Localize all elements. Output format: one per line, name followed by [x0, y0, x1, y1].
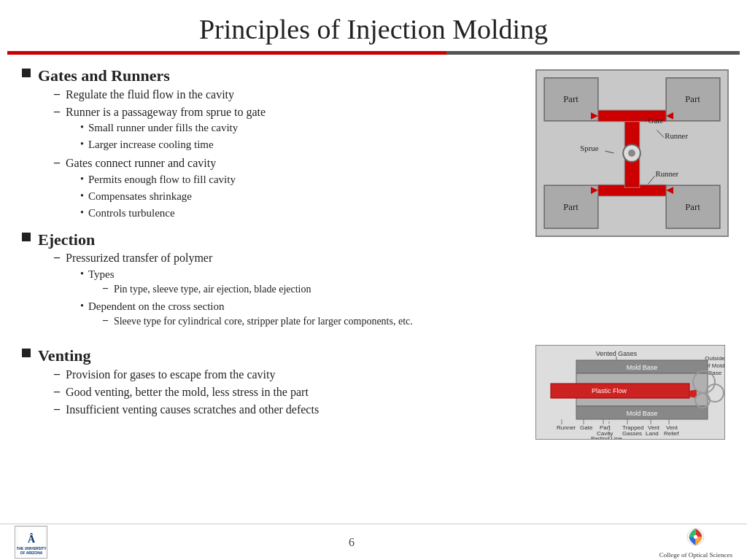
ejection-sub-1: – Pressurized transfer of polymer • Type… [54, 250, 413, 332]
cos-logo: College of Optical Sciences [659, 526, 732, 559]
section-venting: Venting – Provision for gases to escape … [22, 346, 521, 420]
ua-logo-svg: Â THE UNIVERSITY OF ARIZONA [17, 526, 46, 556]
svg-text:Part: Part [563, 94, 578, 104]
venting-left: Venting – Provision for gases to escape … [22, 341, 528, 440]
right-column: Part Part Part Part [528, 66, 732, 338]
dash-icon-3: – [54, 156, 60, 169]
section-heading-3: Venting [38, 346, 319, 367]
svg-text:Vented Gases: Vented Gases [596, 350, 638, 357]
venting-sub-2: – Good venting, better the mold, less st… [54, 384, 319, 400]
runner-diagram-box: Part Part Part Part [535, 69, 729, 237]
svg-text:Parting Line: Parting Line [591, 435, 622, 440]
sleeve-type-text: Sleeve type for cylindrical core, stripp… [114, 314, 413, 329]
dash-icon-7: – [54, 402, 60, 416]
dot-icon-3: • [80, 174, 84, 185]
gates-connect-sub-1-text: Permits enough flow to fill cavity [88, 172, 236, 187]
bullet-square-2 [22, 233, 31, 241]
svg-text:Runner: Runner [557, 424, 576, 431]
section-ejection: Ejection – Pressurized transfer of polym… [22, 230, 521, 333]
svg-text:Mold Base: Mold Base [627, 364, 658, 371]
dash-icon-2: – [54, 105, 60, 118]
svg-text:Gate: Gate [649, 116, 664, 125]
dot-icon-7: • [80, 300, 84, 312]
svg-text:Gasses: Gasses [622, 430, 642, 437]
gates-connect-sub-3-text: Controls turbulence [88, 206, 175, 221]
slide-title: Principles of Injection Molding [15, 13, 732, 45]
svg-text:Relief: Relief [664, 430, 679, 437]
svg-text:Part: Part [563, 202, 578, 212]
gates-connect-sub-2: • Compensates shrinkage [80, 189, 236, 204]
dot-icon-5: • [80, 207, 84, 219]
runner-sub-1: • Small runner under fills the cavity [80, 120, 266, 136]
pin-types: – Pin type, sleeve type, air ejection, b… [103, 282, 311, 297]
dash-icon-4: – [54, 251, 60, 264]
venting-sub-3-text: Insufficient venting causes scratches an… [66, 402, 319, 418]
venting-sublist: – Provision for gases to escape from the… [54, 367, 319, 419]
svg-text:Part: Part [685, 94, 700, 104]
gates-sub-2: – Runner is a passageway from sprue to g… [54, 104, 266, 154]
footer: Â THE UNIVERSITY OF ARIZONA 6 [0, 524, 747, 560]
venting-sub-2-text: Good venting, better the mold, less stre… [66, 384, 309, 400]
footer-page-number: 6 [349, 536, 355, 549]
footer-right: College of Optical Sciences [645, 526, 732, 559]
section-heading-1: Gates and Runners [38, 66, 266, 87]
svg-text:Runner: Runner [655, 169, 678, 178]
dash2-icon-2: – [103, 314, 108, 326]
dot-icon-2: • [80, 139, 84, 150]
types-item: • Types – Pin type, sleeve type, air eje… [80, 267, 413, 298]
svg-text:Mold Base: Mold Base [627, 410, 658, 417]
types-subsublist: – Pin type, sleeve type, air ejection, b… [103, 282, 311, 297]
runner-sub-1-text: Small runner under fills the cavity [88, 120, 238, 136]
bottom-content: Venting – Provision for gases to escape … [0, 341, 747, 440]
runner-sub-2-text: Larger increase cooling time [88, 137, 214, 152]
section-heading-2: Ejection [38, 230, 413, 251]
gates-sub-2-text: Runner is a passageway from sprue to gat… [66, 106, 266, 118]
runner-sub-2: • Larger increase cooling time [80, 137, 266, 152]
gates-connect-sub-2-text: Compensates shrinkage [88, 189, 192, 204]
venting-right: Vented Gases Outside of Mold Base Mold B… [528, 341, 732, 440]
gates-sub-1-text: Regulate the fluid flow in the cavity [66, 87, 234, 103]
bullet-square-1 [22, 69, 31, 77]
runner-diagram-svg: Part Part Part Part [537, 71, 727, 236]
dash2-icon-1: – [103, 282, 108, 294]
cos-logo-icon [683, 526, 708, 551]
section-gates-runners: Gates and Runners – Regulate the fluid f… [22, 66, 521, 224]
gates-sub-3-text: Gates connect runner and cavity [66, 157, 216, 169]
ua-logo: Â THE UNIVERSITY OF ARIZONA [15, 526, 47, 559]
cross-section-text: Dependent on the cross section [88, 300, 225, 312]
types-label: Types [88, 268, 115, 280]
gates-connect-sublist: • Permits enough flow to fill cavity • C… [80, 172, 236, 221]
svg-text:Â: Â [27, 533, 35, 545]
dash-icon-1: – [54, 88, 60, 101]
venting-sub-3: – Insufficient venting causes scratches … [54, 402, 319, 418]
dash-icon-5: – [54, 368, 60, 381]
gates-connect-sub-3: • Controls turbulence [80, 206, 236, 221]
gates-sublist: – Regulate the fluid flow in the cavity … [54, 87, 266, 222]
footer-left: Â THE UNIVERSITY OF ARIZONA [15, 526, 58, 559]
svg-text:Plastic Flow: Plastic Flow [592, 387, 627, 394]
venting-sub-1: – Provision for gases to escape from the… [54, 367, 319, 383]
title-divider [7, 51, 740, 55]
dot-icon-6: • [80, 268, 84, 280]
ejection-sublist: – Pressurized transfer of polymer • Type… [54, 250, 413, 332]
svg-text:OF ARIZONA: OF ARIZONA [20, 551, 42, 555]
svg-text:of Mold: of Mold [705, 362, 724, 369]
dot-icon-1: • [80, 122, 84, 133]
cos-logo-text: College of Optical Sciences [659, 551, 732, 559]
bullet-square-3 [22, 349, 31, 357]
gates-sub-3: – Gates connect runner and cavity • Perm… [54, 155, 266, 222]
dot-icon-4: • [80, 190, 84, 202]
pin-types-text: Pin type, sleeve type, air ejection, bla… [114, 282, 311, 297]
sleeve-type: – Sleeve type for cylindrical core, stri… [103, 314, 413, 329]
dash-icon-6: – [54, 385, 60, 398]
gates-sub-1: – Regulate the fluid flow in the cavity [54, 87, 266, 103]
venting-sub-1-text: Provision for gases to escape from the c… [66, 367, 275, 383]
svg-point-68 [694, 535, 697, 539]
svg-point-17 [628, 149, 635, 157]
svg-text:Land: Land [646, 430, 659, 437]
svg-text:Runner: Runner [665, 131, 688, 140]
venting-diagram-box: Vented Gases Outside of Mold Base Mold B… [535, 345, 725, 440]
runner-sublist: • Small runner under fills the cavity • … [80, 120, 266, 152]
cross-subsublist: – Sleeve type for cylindrical core, stri… [103, 314, 413, 329]
slide: Principles of Injection Molding Gates an… [0, 0, 747, 560]
